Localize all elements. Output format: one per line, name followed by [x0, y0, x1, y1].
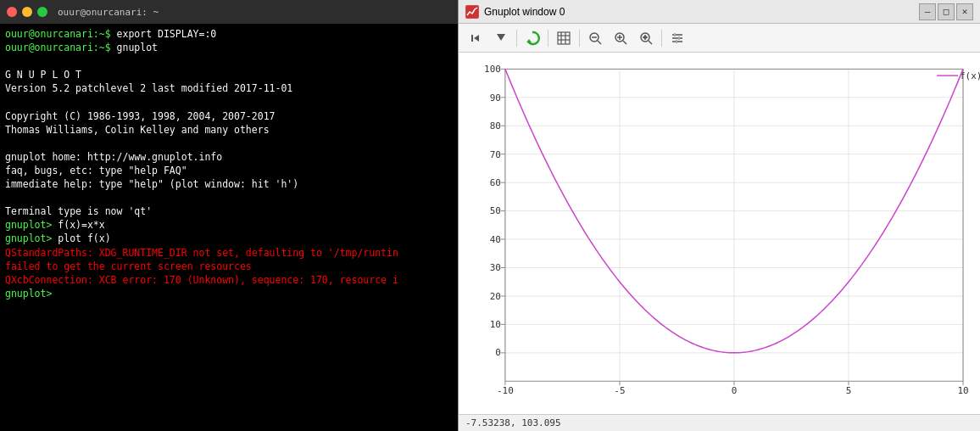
svg-rect-9: [558, 32, 570, 44]
grid-button[interactable]: [552, 27, 576, 49]
gnuplot-window-title: Gnuplot window 0: [484, 6, 919, 18]
svg-line-11: [598, 41, 601, 44]
svg-text:40: 40: [490, 234, 501, 245]
plot-canvas: 0 10 20 30 40 50 60 70 80 90 100 -10 -5 …: [459, 53, 980, 414]
gnuplot-coordinates: -7.53238, 103.095: [465, 417, 561, 428]
svg-text:10: 10: [957, 385, 968, 396]
terminal-body[interactable]: ouur@onurcanari:~$ export DISPLAY=:0ouur…: [0, 24, 458, 431]
terminal-window: ouur@onurcanari: ~ ouur@onurcanari:~$ ex…: [0, 0, 458, 431]
gnuplot-plot-area[interactable]: 0 10 20 30 40 50 60 70 80 90 100 -10 -5 …: [459, 53, 980, 414]
maximize-button[interactable]: [37, 7, 47, 17]
svg-text:50: 50: [490, 206, 501, 217]
back-button[interactable]: [464, 27, 487, 49]
svg-text:-10: -10: [497, 385, 514, 396]
zoom-in-button[interactable]: [609, 27, 632, 49]
settings-button[interactable]: [665, 27, 689, 49]
svg-text:0: 0: [495, 347, 501, 358]
svg-text:f(x): f(x): [960, 70, 980, 81]
terminal-title: ouur@onurcanari: ~: [58, 7, 159, 18]
toolbar-separator-1: [516, 30, 517, 47]
refresh-button[interactable]: [521, 27, 544, 49]
svg-text:100: 100: [484, 64, 501, 75]
close-button[interactable]: [7, 7, 17, 17]
toolbar-separator-2: [548, 30, 548, 47]
svg-marker-4: [526, 39, 532, 42]
gnuplot-toolbar: [459, 24, 980, 53]
terminal-titlebar: ouur@onurcanari: ~: [0, 0, 458, 24]
svg-rect-28: [459, 53, 980, 414]
svg-text:80: 80: [490, 120, 501, 132]
close-gnuplot-button[interactable]: ✕: [956, 3, 973, 20]
toolbar-separator-3: [579, 30, 580, 47]
toolbar-separator-4: [661, 30, 662, 47]
svg-text:-5: -5: [614, 385, 625, 396]
svg-line-18: [649, 41, 652, 44]
svg-marker-1: [474, 35, 479, 42]
svg-text:0: 0: [732, 385, 738, 396]
minimize-gnuplot-button[interactable]: –: [919, 3, 936, 20]
svg-marker-3: [497, 34, 505, 41]
gnuplot-statusbar: -7.53238, 103.095: [459, 414, 980, 431]
restore-gnuplot-button[interactable]: □: [938, 3, 955, 20]
svg-text:30: 30: [490, 262, 501, 273]
svg-text:10: 10: [490, 319, 501, 330]
svg-point-21: [643, 36, 647, 39]
minimize-button[interactable]: [22, 7, 32, 17]
svg-text:60: 60: [490, 177, 501, 188]
svg-rect-2: [471, 35, 473, 42]
zoom-out-button[interactable]: [583, 27, 607, 49]
svg-text:90: 90: [490, 92, 501, 104]
dropdown-button[interactable]: [489, 27, 513, 49]
window-controls: – □ ✕: [919, 3, 973, 20]
gnuplot-window: Gnuplot window 0 – □ ✕: [458, 0, 980, 431]
svg-text:20: 20: [490, 291, 501, 302]
svg-line-14: [623, 41, 626, 44]
gnuplot-titlebar: Gnuplot window 0 – □ ✕: [459, 0, 980, 24]
svg-text:5: 5: [846, 385, 852, 396]
svg-text:70: 70: [490, 149, 501, 160]
zoom-fit-button[interactable]: [634, 27, 658, 49]
gnuplot-app-icon: [465, 5, 479, 19]
